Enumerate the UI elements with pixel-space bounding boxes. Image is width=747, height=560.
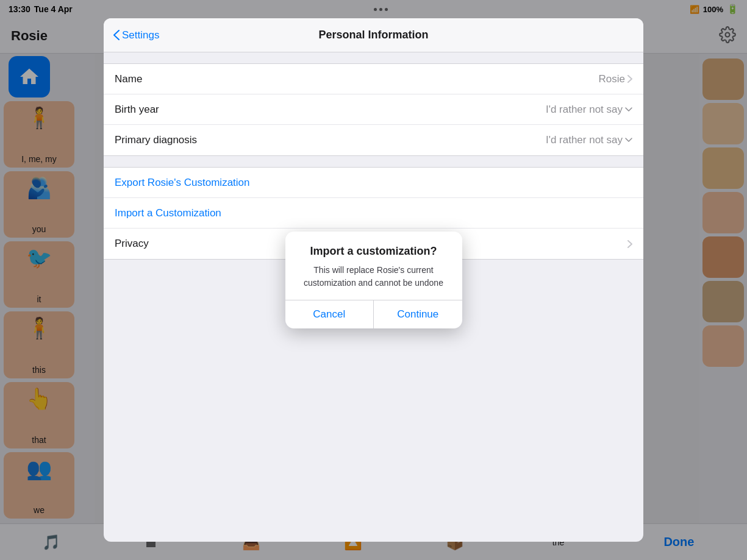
alert-title: Import a customization? (296, 245, 451, 258)
cancel-button[interactable]: Cancel (285, 300, 374, 328)
alert-overlay: Import a customization? This will replac… (0, 0, 747, 560)
alert-dialog: Import a customization? This will replac… (285, 232, 462, 328)
alert-message: This will replace Rosie's current custom… (296, 264, 451, 289)
alert-buttons: Cancel Continue (285, 300, 462, 328)
alert-content: Import a customization? This will replac… (285, 232, 462, 300)
continue-button[interactable]: Continue (374, 300, 462, 328)
